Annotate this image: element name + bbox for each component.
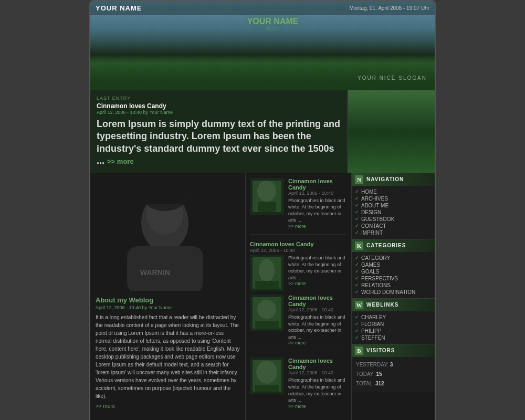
visitors-yesterday-label: YESTERDAY: <box>356 362 388 368</box>
logo-sub: BLOG <box>247 26 299 32</box>
post-3-meta: April 12, 2006 - 10:40 <box>288 307 347 312</box>
svg-text:WARNIN: WARNIN <box>140 268 170 277</box>
about-weblog-title: About my Weblog <box>96 296 240 304</box>
nav-item-guestbook[interactable]: ✓ GUESTBOOK <box>355 216 432 223</box>
nav-item-contact[interactable]: ✓ CONTACT <box>355 223 432 229</box>
thumb-svg-3 <box>250 295 284 331</box>
header-top-bar: YOUR NAME Montag, 01. April 2006 - 19:07… <box>90 1 435 15</box>
weblinks-items: ✓ CHARLEY ✓ FLORIAN ✓ PHILIPP ✓ STEFFEN <box>352 311 435 344</box>
post-2-meta: April 12, 2006 - 10:40 <box>250 248 347 253</box>
weblink-florian[interactable]: ✓ FLORIAN <box>355 321 432 328</box>
navigation-letter: N <box>355 175 363 184</box>
cat-label-3: PERSPECTIVS <box>361 276 398 281</box>
post-2-excerpt: Photographies in black and white. At the… <box>288 255 347 281</box>
about-text: It is a long established fact that a rea… <box>96 313 240 400</box>
last-entry-content: LAST ENTRY Cinnamon loves Candy April 12… <box>90 90 348 173</box>
date-display: Montag, 01. April 2006 - 19:07 Uhr <box>349 5 429 11</box>
svg-point-16 <box>257 300 276 319</box>
post-2-standalone: Cinnamon loves Candy April 12, 2006 - 10… <box>250 241 347 291</box>
page-wrapper: YOUR NAME Montag, 01. April 2006 - 19:07… <box>89 0 436 420</box>
weblink-philipp[interactable]: ✓ PHILIPP <box>355 328 432 334</box>
right-sidebar: N NAVIGATION ✓ HOME ✓ ARCHIVES ✓ ABOUT M… <box>352 173 435 420</box>
last-entry-meta-text: April 12, 2006 - 10:40 by <box>97 110 148 115</box>
cat-item-games[interactable]: ✓ GAMES <box>355 261 432 268</box>
post-3-title[interactable]: Cinnamon loves Candy <box>288 295 347 307</box>
cat-arrow-3: ✓ <box>355 276 359 281</box>
svg-point-20 <box>256 361 277 384</box>
nav-arrow-guestbook: ✓ <box>355 216 359 222</box>
logo-area: YOUR NAME BLOG <box>247 17 299 32</box>
post-3-more[interactable]: >> more <box>288 340 347 345</box>
navigation-items: ✓ HOME ✓ ARCHIVES ✓ ABOUT ME ✓ DESIGN <box>352 186 435 239</box>
cat-arrow-0: ✓ <box>355 255 359 260</box>
about-author[interactable]: Your Name <box>148 305 172 310</box>
visitors-today-value: 15 <box>376 371 382 377</box>
nav-arrow-design: ✓ <box>355 209 359 215</box>
visitors-header: B VISITORS <box>352 344 435 357</box>
svg-rect-13 <box>255 281 279 289</box>
cat-item-category[interactable]: ✓ CATEGORY <box>355 255 432 261</box>
weblinks-header: W WEBLINKS <box>352 298 435 311</box>
post-1-meta: April 12, 2006 - 10:40 <box>288 191 347 196</box>
weblink-label-3: STEFFEN <box>361 335 385 341</box>
visitors-title: VISITORS <box>366 348 395 353</box>
post-2-title[interactable]: Cinnamon loves Candy <box>250 241 347 247</box>
about-more-link[interactable]: >> more <box>96 403 240 409</box>
nav-item-design[interactable]: ✓ DESIGN <box>355 209 432 216</box>
thumb-svg-1 <box>250 178 284 215</box>
post-4-content: Cinnamon loves Candy April 12, 2006 - 10… <box>288 358 347 408</box>
visitors-total-value: 312 <box>375 381 384 386</box>
weblink-charley[interactable]: ✓ CHARLEY <box>355 314 432 321</box>
cat-arrow-5: ✓ <box>355 289 359 295</box>
tree-decoration <box>90 59 435 90</box>
weblink-steffen[interactable]: ✓ STEFFEN <box>355 334 432 341</box>
post-thumb-3 <box>250 295 284 331</box>
weblink-arrow-2: ✓ <box>355 328 359 333</box>
main-content: WARNIN About my Weblog April 12, 2006 - … <box>90 173 435 420</box>
post-2-more[interactable]: >> more <box>288 281 347 286</box>
cat-item-perspectivs[interactable]: ✓ PERSPECTIVS <box>355 275 432 282</box>
cat-arrow-4: ✓ <box>355 282 359 288</box>
nav-item-about[interactable]: ✓ ABOUT ME <box>355 202 432 209</box>
last-entry-more[interactable]: >> more <box>107 158 134 165</box>
visitors-yesterday-value: 3 <box>390 362 393 368</box>
blog-post-3: Cinnamon loves Candy April 12, 2006 - 10… <box>250 295 347 351</box>
cat-label-1: GAMES <box>361 262 380 268</box>
profile-photo: WARNIN <box>96 178 235 291</box>
center-column: Cinnamon loves Candy April 12, 2006 - 10… <box>245 173 352 420</box>
navigation-header: N NAVIGATION <box>352 173 435 186</box>
weblink-arrow-3: ✓ <box>355 335 359 340</box>
nav-item-archives[interactable]: ✓ ARCHIVES <box>355 195 432 202</box>
post-3-content: Cinnamon loves Candy April 12, 2006 - 10… <box>288 295 347 345</box>
post-4-title[interactable]: Cinnamon loves Candy <box>288 358 347 370</box>
last-entry-author[interactable]: Your Name <box>149 110 173 115</box>
weblinks-section: W WEBLINKS ✓ CHARLEY ✓ FLORIAN ✓ PHILIPP <box>352 298 435 344</box>
nav-item-imprint[interactable]: ✓ IMPRINT <box>355 229 432 236</box>
cat-label-0: CATEGORY <box>361 255 390 261</box>
categories-title: CATEGORIES <box>366 243 406 248</box>
weblink-arrow-0: ✓ <box>355 314 359 320</box>
nav-label-guestbook: GUESTBOOK <box>361 216 394 222</box>
cat-arrow-1: ✓ <box>355 262 359 267</box>
post-2-body: Photographies in black and white. At the… <box>250 255 347 291</box>
thumb-svg-2 <box>250 255 284 291</box>
post-4-more[interactable]: >> more <box>288 404 347 409</box>
nav-item-home[interactable]: ✓ HOME <box>355 188 432 195</box>
cat-label-4: RELATIONS <box>361 282 391 288</box>
cat-item-world-domination[interactable]: ✓ WORLD DOMINATION <box>355 289 432 296</box>
last-entry-excerpt: Lorem Ipsum is simply dummy text of the … <box>97 118 341 167</box>
post-1-title[interactable]: Cinnamon loves Candy <box>288 178 347 191</box>
visitors-total-row: TOTAL: 312 <box>356 379 430 388</box>
last-entry-image <box>348 90 435 173</box>
cat-item-goals[interactable]: ✓ GOALS <box>355 268 432 275</box>
profile-svg: WARNIN <box>96 178 235 291</box>
navigation-section: N NAVIGATION ✓ HOME ✓ ARCHIVES ✓ ABOUT M… <box>352 173 435 239</box>
post-1-more[interactable]: >> more <box>288 224 347 229</box>
nav-label-home: HOME <box>361 189 377 195</box>
cat-item-relations[interactable]: ✓ RELATIONS <box>355 282 432 289</box>
logo-text: YOUR NAME <box>247 17 299 26</box>
svg-point-8 <box>257 181 276 202</box>
weblink-label-2: PHILIPP <box>361 328 381 334</box>
last-entry-section: LAST ENTRY Cinnamon loves Candy April 12… <box>90 90 435 173</box>
thumb-svg-4 <box>250 358 284 394</box>
